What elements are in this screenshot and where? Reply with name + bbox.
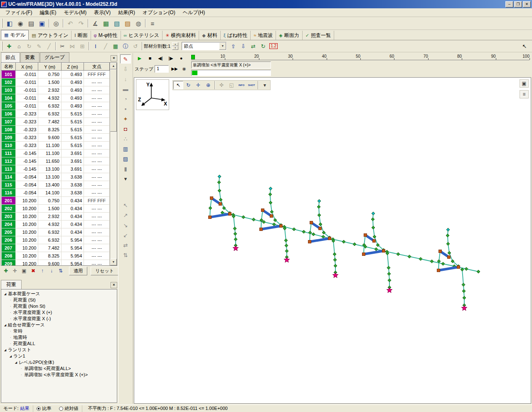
tab-spring[interactable]: ξばね特性 <box>221 31 251 40</box>
tab-section-force[interactable]: ◈断面力 <box>276 31 302 40</box>
node-info-button[interactable]: ⓘ <box>121 42 131 51</box>
table-row[interactable]: 20710.2007.4825.954--- --- <box>2 244 110 252</box>
step-input[interactable]: 1 <box>155 65 169 73</box>
tab-hysteresis[interactable]: ∞ヒステリシス <box>121 31 163 40</box>
move-row-down-button[interactable]: ↓ <box>47 267 56 275</box>
export-result-button[interactable]: ⇩ <box>238 42 248 51</box>
tree-item[interactable]: ·地震時 <box>1 334 117 341</box>
cylinder-display-button[interactable]: ▮ <box>120 164 131 173</box>
table-row[interactable]: 115-0.05413.4003.638--- --- <box>2 181 110 189</box>
i-section-button[interactable]: Ⅰ <box>91 42 101 51</box>
home-view-button[interactable]: ⌂ <box>14 42 24 51</box>
tree-item[interactable]: ·水平震度荷重 X (+) <box>1 309 117 316</box>
cut-button[interactable]: ✂ <box>57 42 67 51</box>
apply-button[interactable]: 適用 <box>69 267 87 275</box>
division-spin-down-icon[interactable]: ▼ <box>172 46 178 50</box>
refresh-view-button[interactable]: ↻ <box>258 42 268 51</box>
snapshot-button[interactable]: ▨ <box>122 18 133 29</box>
zoom-orbit-button[interactable]: ⊕ <box>203 81 213 89</box>
section-view-2-button[interactable]: ↗ <box>120 211 131 220</box>
menu-view[interactable]: 表示(V) <box>90 8 114 17</box>
close-button[interactable]: ✕ <box>523 1 531 7</box>
menu-file[interactable]: ファイル(F) <box>2 8 36 17</box>
tree-item[interactable]: ◢ラン1 <box>1 353 117 359</box>
table-row[interactable]: 20410.2004.9320.434--- --- <box>2 221 110 228</box>
info-overlay-button[interactable]: INFO <box>236 81 246 89</box>
tree-item[interactable]: ·単調増加 <水平震度荷重 X (+)> <box>1 372 117 378</box>
scroll-down-icon[interactable]: ▼ <box>110 259 117 265</box>
tree-item[interactable]: ·水平震度荷重 X (-) <box>1 316 117 322</box>
report-preview-button[interactable]: ◎ <box>51 18 62 29</box>
minimize-button[interactable]: – <box>505 1 513 7</box>
report-list-button[interactable]: ≡ <box>147 18 158 29</box>
tab-material[interactable]: ◆材料 <box>199 31 220 40</box>
swap-rows-button[interactable]: ⇅ <box>57 267 65 275</box>
add-row-button[interactable]: ✚ <box>2 267 10 275</box>
menu-result[interactable]: 結果(R) <box>114 8 139 17</box>
table-row[interactable]: 20310.2002.9320.434--- --- <box>2 213 110 221</box>
chevron-down-icon[interactable]: ▼ <box>219 42 226 50</box>
display-more-button[interactable]: ▾ <box>120 174 131 183</box>
pick-tool-button[interactable]: ✦ <box>120 114 131 123</box>
copy-row-button[interactable]: ▣ <box>20 267 28 275</box>
tab-model[interactable]: ▦モデル <box>1 30 29 40</box>
table-row[interactable]: 101-0.0110.7500.493FFF FFF <box>2 71 110 78</box>
table-row[interactable]: 105-0.0116.9320.493--- --- <box>2 102 110 110</box>
table-row[interactable]: 113-0.14513.1003.691--- --- <box>2 165 110 173</box>
table-row[interactable]: 109-0.3239.6005.615--- --- <box>2 134 110 142</box>
table-row[interactable]: 20610.2006.9325.954--- --- <box>2 236 110 244</box>
tree-item[interactable]: ·単調増加 <死荷重ALL> <box>1 365 117 372</box>
scale-badge[interactable]: 1.2 <box>269 43 278 49</box>
tree-item[interactable]: ◢レベル2PO(全体) <box>1 359 117 365</box>
tree-item[interactable]: ·死荷重 (Non St) <box>1 303 117 309</box>
copy-view-button[interactable]: ▣ <box>520 79 529 88</box>
stamp-tool-button[interactable]: ◘ <box>120 124 131 133</box>
tree-item[interactable]: ◢組合せ荷重ケース <box>1 322 117 328</box>
add-node-button[interactable]: ✚ <box>4 42 14 51</box>
select-cursor-button[interactable]: ↖ <box>173 81 183 89</box>
table-row[interactable]: 112-0.14511.6503.691--- --- <box>2 157 110 165</box>
table-row[interactable]: 106-0.3236.9325.615--- --- <box>2 110 110 118</box>
chart-display-button[interactable]: ▥ <box>120 144 131 153</box>
section-view-5-button[interactable]: ⇄ <box>120 240 131 250</box>
table-row[interactable]: 20810.2008.3255.954--- --- <box>2 252 110 260</box>
table-row[interactable]: 108-0.3238.3255.615--- --- <box>2 126 110 134</box>
tab-outline[interactable]: ▤アウトライン <box>29 31 71 40</box>
load-panel-title[interactable]: 荷重 <box>1 280 22 289</box>
view-list-button[interactable]: ≡ <box>520 90 529 98</box>
tab-section[interactable]: Ⅰ断面 <box>71 31 91 40</box>
table-scrollbar[interactable]: ▲ ▼ <box>110 63 117 265</box>
table-row[interactable]: 20110.2000.7500.434FFF FFF <box>2 197 110 205</box>
nav-more-button[interactable]: ▾ <box>260 81 270 89</box>
move-row-up-button[interactable]: ↑ <box>38 267 47 275</box>
export-image-button[interactable]: ▧ <box>111 18 122 29</box>
scroll-up-icon[interactable]: ▲ <box>110 63 117 69</box>
target-type-combobox[interactable]: 節点 ▼ <box>182 42 227 50</box>
table-row[interactable]: 110-0.32311.1005.615--- --- <box>2 142 110 150</box>
chart-display-2-button[interactable]: ▨ <box>120 154 131 163</box>
model-viewport[interactable]: Y X Z ↖↻✛⊕✜◱INFOSHOT▾ ▣≡ <box>134 77 531 404</box>
import-result-button[interactable]: ⇧ <box>228 42 238 51</box>
table-row[interactable]: 107-0.3237.4825.615--- --- <box>2 118 110 126</box>
restore-button[interactable]: ❐ <box>514 1 522 7</box>
section-view-1-button[interactable]: ↖ <box>120 201 131 210</box>
table-row[interactable]: 20210.2001.5000.434--- --- <box>2 205 110 213</box>
absolute-radio[interactable] <box>59 407 63 411</box>
panel-tab-groups[interactable]: グループ <box>40 52 69 62</box>
table-row[interactable]: 104-0.0114.9320.493--- --- <box>2 94 110 102</box>
node-panel-close-button[interactable]: ✕ <box>111 55 117 61</box>
tab-lateral-confine[interactable]: ✳横拘束材料 <box>163 31 199 40</box>
tree-item[interactable]: ·死荷重 (St) <box>1 297 117 303</box>
table-row[interactable]: 102-0.0111.5000.493--- --- <box>2 78 110 86</box>
reload-model-button[interactable]: ⇄ <box>248 42 258 51</box>
result-paint-button[interactable]: ✎ <box>120 54 131 64</box>
beam-display-button[interactable]: ▬ <box>120 84 131 93</box>
section-view-3-button[interactable]: ↘ <box>120 221 131 230</box>
pointer-mode-button[interactable]: ↖ <box>520 42 530 51</box>
table-row[interactable]: 116-0.05414.1003.638--- --- <box>2 189 110 197</box>
tab-m-phi[interactable]: φM-φ特性 <box>91 31 121 40</box>
capture-video-button[interactable]: ◉ <box>180 65 189 73</box>
angle-measure-button[interactable]: ∡ <box>90 18 101 29</box>
menu-edit[interactable]: 編集(E) <box>36 8 60 17</box>
scrollbar-thumb[interactable] <box>110 69 117 132</box>
